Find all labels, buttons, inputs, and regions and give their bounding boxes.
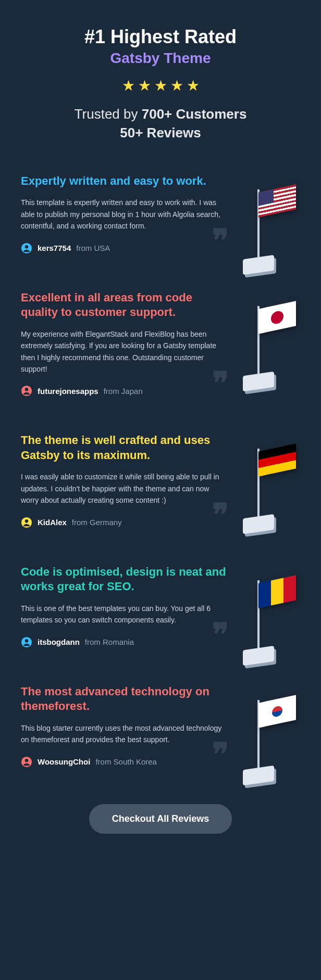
flag-base bbox=[243, 514, 274, 534]
flag-icon bbox=[258, 301, 296, 334]
quote-icon: ❞ bbox=[212, 497, 225, 533]
star-icon: ★ bbox=[122, 77, 135, 94]
review-card: Expertly written and easy to work. This … bbox=[21, 174, 300, 254]
author-location: from USA bbox=[76, 244, 110, 252]
author-name: kers7754 bbox=[38, 244, 71, 252]
svg-point-9 bbox=[25, 759, 28, 762]
author-location: from Japan bbox=[104, 387, 143, 396]
review-body: This template is expertly written and ea… bbox=[21, 197, 227, 232]
author-name: KidAlex bbox=[38, 518, 67, 527]
flag-icon bbox=[258, 184, 296, 217]
flag-graphic bbox=[238, 690, 305, 783]
trust-prefix: Trusted by bbox=[75, 106, 142, 122]
flag-graphic bbox=[238, 179, 305, 273]
author-name: futurejonesapps bbox=[38, 387, 98, 396]
quote-icon: ❞ bbox=[212, 616, 225, 653]
quote-icon: ❞ bbox=[212, 736, 225, 773]
author-location: from Romania bbox=[85, 638, 134, 646]
author-location: from South Korea bbox=[95, 757, 157, 766]
cta-section: Checkout All Reviews bbox=[21, 804, 300, 834]
review-body: This is one of the best templates you ca… bbox=[21, 603, 227, 626]
review-card: Excellent in all areas from code quality… bbox=[21, 290, 300, 397]
review-card: The theme is well crafted and uses Gatsb… bbox=[21, 433, 300, 528]
hero-title: #1 Highest Rated bbox=[21, 26, 300, 48]
review-card: Code is optimised, design is neat and wo… bbox=[21, 565, 300, 648]
user-icon bbox=[21, 517, 32, 528]
review-author: kers7754 from USA bbox=[21, 243, 227, 254]
review-author: KidAlex from Germany bbox=[21, 517, 227, 528]
review-author: itsbogdann from Romania bbox=[21, 637, 227, 648]
trust-reviews: 50+ Reviews bbox=[120, 125, 201, 141]
star-rating: ★ ★ ★ ★ ★ bbox=[21, 77, 300, 94]
review-author: WoosungChoi from South Korea bbox=[21, 756, 227, 768]
author-location: from Germany bbox=[72, 518, 122, 527]
flag-icon bbox=[258, 575, 296, 608]
review-title: Excellent in all areas from code quality… bbox=[21, 290, 227, 320]
flag-graphic bbox=[238, 438, 305, 532]
flag-base bbox=[243, 371, 274, 391]
svg-point-3 bbox=[25, 388, 28, 391]
flag-graphic bbox=[238, 570, 305, 664]
quote-icon: ❞ bbox=[212, 365, 225, 402]
checkout-reviews-button[interactable]: Checkout All Reviews bbox=[89, 804, 232, 834]
user-icon bbox=[21, 385, 32, 397]
review-body: I was easily able to customize it while … bbox=[21, 471, 227, 506]
hero-section: #1 Highest Rated Gatsby Theme ★ ★ ★ ★ ★ … bbox=[21, 26, 300, 143]
review-title: Code is optimised, design is neat and wo… bbox=[21, 565, 227, 594]
trust-customers: 700+ Customers bbox=[142, 106, 247, 122]
hero-subtitle: Gatsby Theme bbox=[21, 50, 300, 67]
review-title: The theme is well crafted and uses Gatsb… bbox=[21, 433, 227, 463]
star-icon: ★ bbox=[187, 77, 200, 94]
user-icon bbox=[21, 637, 32, 648]
review-author: futurejonesapps from Japan bbox=[21, 385, 227, 397]
user-icon bbox=[21, 243, 32, 254]
author-name: WoosungChoi bbox=[38, 757, 90, 766]
flag-icon bbox=[258, 695, 296, 728]
svg-point-5 bbox=[25, 519, 28, 523]
review-body: This blog starter currently uses the mos… bbox=[21, 722, 227, 746]
flag-base bbox=[243, 255, 274, 275]
flag-base bbox=[243, 645, 274, 665]
flag-base bbox=[243, 765, 274, 785]
author-name: itsbogdann bbox=[38, 638, 80, 646]
svg-point-1 bbox=[25, 245, 28, 248]
trust-line: Trusted by 700+ Customers 50+ Reviews bbox=[21, 105, 300, 143]
flag-icon bbox=[258, 444, 296, 477]
review-title: The most advanced technology on themefor… bbox=[21, 684, 227, 714]
star-icon: ★ bbox=[170, 77, 183, 94]
star-icon: ★ bbox=[138, 77, 151, 94]
review-title: Expertly written and easy to work. bbox=[21, 174, 227, 189]
user-icon bbox=[21, 756, 32, 768]
quote-icon: ❞ bbox=[212, 222, 225, 259]
star-icon: ★ bbox=[154, 77, 167, 94]
svg-point-7 bbox=[25, 639, 28, 642]
review-body: My experience with ElegantStack and Flex… bbox=[21, 328, 227, 375]
review-card: The most advanced technology on themefor… bbox=[21, 684, 300, 768]
flag-graphic bbox=[238, 296, 305, 389]
